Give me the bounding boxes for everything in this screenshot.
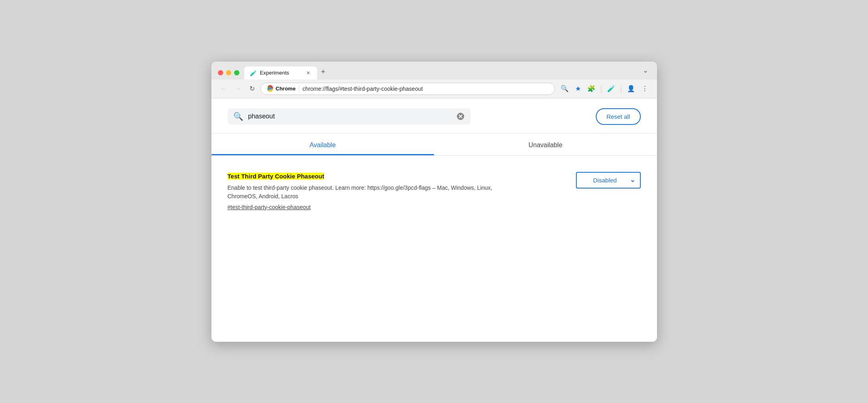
chrome-logo-icon [267,85,274,92]
tab-unavailable[interactable]: Unavailable [434,133,657,155]
traffic-lights [218,70,239,79]
chrome-origin-badge: Chrome [267,85,299,92]
tab-icon: 🧪 [250,70,257,76]
tab-dropdown-button[interactable]: ⌄ [640,66,650,75]
maximize-traffic-light[interactable] [234,70,239,75]
content-tabs-section: Available Unavailable [211,133,657,156]
experiments-button[interactable]: 🧪 [605,84,618,94]
address-bar[interactable]: Chrome [260,83,555,95]
back-button[interactable]: ← [218,84,229,94]
clear-search-button[interactable] [456,113,465,120]
clear-icon [457,113,464,120]
minimize-traffic-light[interactable] [226,70,231,75]
toolbar-divider-1 [601,85,601,93]
toolbar: ← → ↻ Chrome 🔍 ★ 🧩 🧪 👤 ⋮ [211,79,657,99]
menu-button[interactable]: ⋮ [639,84,650,94]
extensions-button[interactable]: 🧩 [585,84,598,94]
browser-window: 🧪 Experiments ✕ + ⌄ ← → ↻ Chrome [211,62,657,342]
forward-button[interactable]: → [232,84,244,94]
flag-link[interactable]: #test-third-party-cookie-phaseout [228,204,560,210]
main-content: 🔍 Reset all Available Unavailable [211,99,657,342]
tab-title: Experiments [260,70,302,76]
title-bar: 🧪 Experiments ✕ + ⌄ [211,62,657,79]
flag-select-wrapper: Default Enabled Disabled [576,172,641,189]
flag-control: Default Enabled Disabled [576,172,641,189]
close-traffic-light[interactable] [218,70,223,75]
chrome-label: Chrome [276,86,296,92]
active-tab[interactable]: 🧪 Experiments ✕ [244,66,317,79]
tabs-row: 🧪 Experiments ✕ + ⌄ [244,66,650,79]
flag-search-wrapper: 🔍 [228,108,471,124]
toolbar-icons: 🔍 ★ 🧩 🧪 👤 ⋮ [558,84,650,94]
zoom-search-button[interactable]: 🔍 [558,84,571,94]
reset-all-button[interactable]: Reset all [596,108,640,125]
reload-button[interactable]: ↻ [247,84,257,94]
svg-point-0 [269,88,271,90]
tab-close-button[interactable]: ✕ [305,70,311,76]
new-tab-button[interactable]: + [317,66,330,79]
url-input[interactable] [303,86,549,92]
search-icon: 🔍 [233,112,243,120]
flag-description: Enable to test third-party cookie phaseo… [228,184,503,201]
search-bar-row: 🔍 Reset all [211,99,657,133]
flag-select[interactable]: Default Enabled Disabled [576,172,641,189]
flag-item: Test Third Party Cookie Phaseout Enable … [228,165,641,219]
bookmark-button[interactable]: ★ [573,84,583,94]
tab-end-controls: ⌄ [640,66,650,79]
profile-button[interactable]: 👤 [625,84,638,94]
tab-available[interactable]: Available [211,133,434,155]
flag-list: Test Third Party Cookie Phaseout Enable … [211,156,657,235]
flag-info: Test Third Party Cookie Phaseout Enable … [228,172,560,210]
flag-search-input[interactable] [248,113,451,120]
toolbar-divider-2 [621,85,621,93]
flag-title: Test Third Party Cookie Phaseout [228,172,560,180]
